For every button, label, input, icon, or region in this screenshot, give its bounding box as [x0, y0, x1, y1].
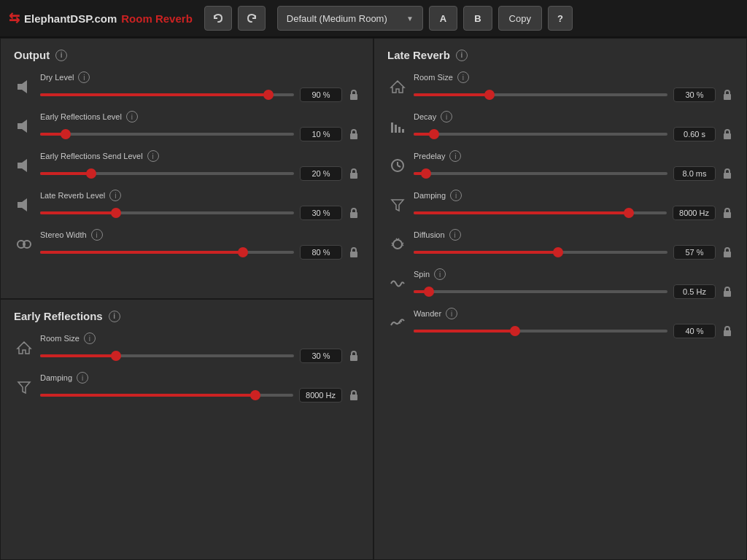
- dry-level-thumb[interactable]: [263, 90, 274, 100]
- lr-damping-info-icon[interactable]: i: [450, 190, 462, 201]
- er-send-lock-icon[interactable]: [348, 168, 360, 179]
- svg-point-24: [393, 240, 402, 249]
- svg-rect-5: [350, 173, 357, 179]
- main-content: Output i Dry Level i 90: [0, 38, 747, 560]
- dry-level-lock-icon[interactable]: [348, 89, 360, 101]
- lr-room-size-slider[interactable]: [414, 93, 667, 96]
- er-damping-info-icon[interactable]: i: [77, 372, 88, 384]
- preset-name: Default (Medium Room): [287, 13, 387, 24]
- lr-decay-value: 0.60 s: [673, 127, 716, 141]
- svg-rect-1: [350, 94, 357, 100]
- lr-predelay-label: Predelay i: [414, 150, 733, 162]
- svg-marker-0: [18, 80, 27, 93]
- lr-spin-slider[interactable]: [414, 290, 667, 293]
- stereo-icon: [14, 234, 34, 254]
- er-send-slider[interactable]: [40, 172, 294, 175]
- chevron-down-icon: ▼: [406, 15, 414, 23]
- er-damping-slider[interactable]: [40, 394, 293, 397]
- stereo-width-lock-icon[interactable]: [348, 246, 360, 258]
- b-button[interactable]: B: [463, 6, 492, 31]
- svg-rect-35: [724, 330, 731, 336]
- svg-marker-6: [18, 198, 27, 211]
- lr-diffusion-info-icon[interactable]: i: [449, 229, 461, 241]
- lr-level-thumb[interactable]: [111, 208, 121, 218]
- er-send-section: Early Reflections Send Level i 20 %: [40, 150, 360, 181]
- undo-button[interactable]: [204, 6, 232, 31]
- stereo-width-section: Stereo Width i 80 %: [40, 229, 360, 260]
- er-damping-lock-icon[interactable]: [348, 389, 360, 401]
- lr-level-section: Late Reverb Level i 30 %: [40, 190, 360, 220]
- er-level-info-icon[interactable]: i: [126, 111, 138, 122]
- help-button[interactable]: ?: [548, 6, 573, 31]
- dry-level-value: 90 %: [300, 88, 342, 102]
- redo-button[interactable]: [238, 6, 266, 31]
- lr-wander-lock-icon[interactable]: [721, 325, 733, 337]
- lr-spin-info-icon[interactable]: i: [434, 268, 446, 280]
- lr-wander-slider[interactable]: [414, 330, 667, 332]
- lr-decay-info-icon[interactable]: i: [441, 111, 452, 122]
- svg-rect-23: [724, 212, 731, 218]
- stereo-width-value: 80 %: [300, 245, 342, 260]
- lr-level-slider[interactable]: [40, 211, 294, 214]
- lr-decay-lock-icon[interactable]: [721, 128, 733, 140]
- output-info-icon[interactable]: i: [55, 50, 67, 61]
- lr-predelay-slider[interactable]: [414, 172, 667, 175]
- lr-predelay-info-icon[interactable]: i: [449, 150, 461, 162]
- product-name: Room Reverb: [121, 12, 193, 25]
- lr-room-size-lock-icon[interactable]: [721, 89, 733, 101]
- er-send-info-icon[interactable]: i: [147, 150, 159, 162]
- er-level-slider[interactable]: [40, 133, 294, 136]
- er-level-value: 10 %: [300, 127, 342, 141]
- er-room-size-lock-icon[interactable]: [348, 350, 360, 362]
- dry-level-slider[interactable]: [40, 93, 294, 96]
- lr-diffusion-label: Diffusion i: [414, 229, 733, 241]
- er-level-lock-icon[interactable]: [348, 128, 360, 140]
- stereo-width-fill: [40, 251, 243, 254]
- volume-icon: [14, 77, 34, 97]
- lr-level-info-icon[interactable]: i: [109, 190, 121, 201]
- stereo-width-slider[interactable]: [40, 251, 294, 254]
- svg-rect-14: [395, 125, 397, 133]
- early-reflections-info-icon[interactable]: i: [109, 311, 120, 322]
- lr-diffusion-slider[interactable]: [414, 251, 667, 254]
- lr-decay-label: Decay i: [414, 111, 733, 122]
- lr-level-lock-icon[interactable]: [348, 207, 360, 219]
- stereo-width-info-icon[interactable]: i: [91, 229, 103, 241]
- lr-decay-slider[interactable]: [414, 133, 667, 136]
- er-level-thumb[interactable]: [61, 129, 71, 139]
- lr-predelay-lock-icon[interactable]: [721, 168, 733, 179]
- lr-damping-slider[interactable]: [414, 211, 667, 214]
- lr-damping-lock-icon[interactable]: [721, 207, 733, 219]
- brand-name: ElephantDSP.com: [24, 12, 117, 25]
- er-damping-value: 8000 Hz: [299, 388, 342, 402]
- svg-marker-22: [392, 200, 403, 211]
- dry-level-row: Dry Level i 90 %: [14, 71, 360, 102]
- output-title: Output i: [14, 49, 360, 61]
- copy-button[interactable]: Copy: [498, 6, 542, 31]
- svg-rect-10: [350, 252, 357, 257]
- stereo-width-thumb[interactable]: [238, 247, 248, 257]
- a-button[interactable]: A: [429, 6, 457, 31]
- lr-spin-lock-icon[interactable]: [721, 286, 733, 298]
- lr-room-size-info-icon[interactable]: i: [457, 71, 469, 83]
- late-reverb-info-icon[interactable]: i: [456, 50, 468, 61]
- er-level-section: Early Reflections Level i 10 %: [40, 111, 360, 141]
- er-room-size-info-icon[interactable]: i: [84, 332, 96, 344]
- stereo-width-row: Stereo Width i 80 %: [14, 229, 360, 260]
- er-send-fill: [40, 172, 91, 175]
- lr-level-fill: [40, 211, 116, 214]
- lr-wander-row: Wander i 40 %: [387, 308, 733, 338]
- sine-icon: [387, 273, 408, 294]
- svg-rect-39: [350, 394, 357, 400]
- er-room-size-label: Room Size i: [40, 332, 360, 344]
- er-send-thumb[interactable]: [86, 168, 96, 179]
- er-room-size-slider[interactable]: [40, 354, 294, 357]
- lr-wander-info-icon[interactable]: i: [446, 308, 457, 319]
- lr-damping-row: Damping i 8000 Hz: [387, 190, 733, 220]
- volume3-icon: [14, 155, 34, 176]
- preset-dropdown[interactable]: Default (Medium Room) ▼: [277, 6, 423, 31]
- dry-level-info-icon[interactable]: i: [78, 71, 90, 83]
- lr-level-value: 30 %: [300, 206, 342, 220]
- logo-arrows-icon: ⇆: [9, 10, 20, 26]
- lr-diffusion-lock-icon[interactable]: [721, 246, 733, 258]
